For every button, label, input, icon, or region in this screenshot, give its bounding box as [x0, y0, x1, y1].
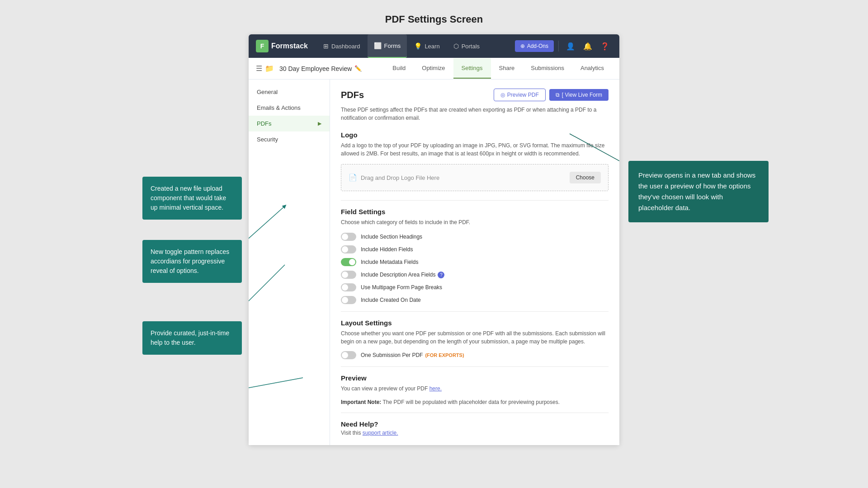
upload-placeholder: 📄 Drag and Drop Logo File Here — [349, 174, 439, 182]
for-exports-badge: (FOR EXPORTS) — [425, 352, 464, 358]
chevron-right-icon: ▶ — [318, 121, 321, 127]
toggle-label-created-date: Include Created On Date — [361, 297, 421, 303]
sub-nav-tabs: Build Optimize Settings Share Submission… — [384, 58, 612, 79]
toggle-row-hidden-fields: Include Hidden Fields — [341, 245, 609, 253]
toggle-description-area[interactable] — [341, 271, 356, 279]
tab-optimize[interactable]: Optimize — [414, 58, 453, 79]
toggle-label-one-submission: One Submission Per PDF (FOR EXPORTS) — [361, 352, 464, 358]
preview-section-title: Preview — [341, 374, 609, 382]
toggle-hidden-fields[interactable] — [341, 245, 356, 253]
toggle-created-date[interactable] — [341, 296, 356, 304]
toggle-row-section-headings: Include Section Headings — [341, 233, 609, 241]
user-icon[interactable]: 👤 — [563, 39, 578, 53]
layout-settings-desc: Choose whether you want one PDF per subm… — [341, 329, 609, 346]
tab-submissions[interactable]: Submissions — [523, 58, 572, 79]
logo: F Formstack — [256, 40, 308, 52]
callout-help: Provide curated, just-in-time help to th… — [142, 321, 242, 355]
logo-icon: F — [256, 40, 269, 52]
callout-upload: Created a new file upload component that… — [142, 177, 242, 220]
top-nav: F Formstack ⊞ Dashboard ⬜ Forms 💡 Learn … — [249, 34, 619, 58]
sidebar-item-security[interactable]: Security — [249, 131, 330, 147]
logo-upload-area[interactable]: 📄 Drag and Drop Logo File Here Choose — [341, 164, 609, 191]
nav-divider — [558, 41, 559, 52]
tab-build[interactable]: Build — [384, 58, 414, 79]
logo-text: Formstack — [271, 42, 308, 50]
forms-list-icon[interactable]: ☰ — [256, 64, 262, 73]
preview-pdf-button[interactable]: ◎ Preview PDF — [494, 89, 546, 101]
breadcrumb-icons: ☰ 📁 — [256, 64, 274, 73]
content-wrapper: General Emails & Actions PDFs ▶ Security… — [249, 80, 619, 445]
page-title: PDF Settings Screen — [385, 14, 483, 25]
view-live-form-button[interactable]: ⧉ [ View Live Form — [549, 89, 609, 101]
edit-icon[interactable]: ✏️ — [354, 65, 362, 72]
external-link-icon: ⧉ — [556, 92, 560, 98]
field-settings-title: Field Settings — [341, 208, 609, 216]
nav-item-forms[interactable]: ⬜ Forms — [368, 34, 407, 58]
help-icon-description[interactable]: ? — [438, 272, 444, 278]
forms-icon: ⬜ — [374, 42, 382, 49]
nav-item-dashboard[interactable]: ⊞ Dashboard — [317, 34, 367, 58]
field-settings-desc: Choose which category of fields to inclu… — [341, 218, 609, 226]
section-divider-1 — [341, 200, 609, 201]
preview-section-desc: You can view a preview of your PDF here. — [341, 385, 609, 393]
sidebar-item-emails[interactable]: Emails & Actions — [249, 100, 330, 116]
sidebar: General Emails & Actions PDFs ▶ Security — [249, 80, 330, 445]
help-circle-icon[interactable]: ❓ — [598, 39, 612, 53]
layout-settings-title: Layout Settings — [341, 319, 609, 327]
sidebar-item-general[interactable]: General — [249, 84, 330, 100]
preview-icon: ◎ — [500, 92, 505, 98]
callout-toggle: New toggle pattern replaces accordians f… — [142, 240, 242, 283]
need-help-title: Need Help? — [341, 420, 609, 428]
toggle-label-description-area: Include Description Area Fields ? — [361, 272, 444, 278]
nav-label-forms: Forms — [384, 42, 401, 49]
toggle-one-submission[interactable] — [341, 351, 356, 359]
pdfs-description: These PDF settings affect the PDFs that … — [341, 106, 609, 122]
toggle-metadata-fields[interactable] — [341, 258, 356, 266]
file-icon: 📄 — [349, 174, 357, 182]
toggle-multipage[interactable] — [341, 283, 356, 291]
pdfs-title: PDFs — [341, 90, 364, 100]
support-article-link[interactable]: support article. — [363, 430, 398, 436]
toggle-section-headings[interactable] — [341, 233, 356, 241]
section-divider-3 — [341, 366, 609, 367]
toggle-label-multipage: Use Multipage Form Page Breaks — [361, 284, 442, 291]
preview-link[interactable]: here. — [429, 385, 442, 392]
section-divider-2 — [341, 311, 609, 312]
callout-preview: Preview opens in a new tab and shows the… — [628, 161, 769, 222]
folder-icon[interactable]: 📁 — [265, 64, 274, 73]
app-container: F Formstack ⊞ Dashboard ⬜ Forms 💡 Learn … — [249, 34, 619, 445]
portals-icon: ⬡ — [453, 42, 459, 50]
choose-file-button[interactable]: Choose — [570, 172, 601, 183]
toggle-row-description-area: Include Description Area Fields ? — [341, 271, 609, 279]
logo-section-title: Logo — [341, 131, 609, 139]
nav-right: ⊕ Add-Ons 👤 🔔 ❓ — [515, 39, 612, 53]
add-ons-icon: ⊕ — [520, 43, 525, 49]
toggle-row-one-submission: One Submission Per PDF (FOR EXPORTS) — [341, 351, 609, 359]
add-ons-button[interactable]: ⊕ Add-Ons — [515, 40, 554, 52]
nav-label-learn: Learn — [425, 43, 439, 50]
sidebar-item-pdfs[interactable]: PDFs ▶ — [249, 116, 330, 131]
pdfs-header: PDFs ◎ Preview PDF ⧉ [ View Live Form — [341, 89, 609, 101]
toggle-row-created-date: Include Created On Date — [341, 296, 609, 304]
dashboard-icon: ⊞ — [323, 42, 329, 50]
nav-label-portals: Portals — [462, 43, 480, 50]
nav-items: ⊞ Dashboard ⬜ Forms 💡 Learn ⬡ Portals — [317, 34, 515, 58]
logo-section-desc: Add a logo to the top of your PDF by upl… — [341, 141, 609, 158]
need-help-text: Visit this support article. — [341, 430, 609, 436]
toggle-row-metadata-fields: Include Metadata Fields — [341, 258, 609, 266]
form-name: 30 Day Employee Review — [279, 65, 352, 72]
learn-icon: 💡 — [414, 42, 422, 50]
nav-item-learn[interactable]: 💡 Learn — [408, 34, 446, 58]
nav-label-dashboard: Dashboard — [331, 43, 360, 50]
tab-settings[interactable]: Settings — [453, 58, 491, 79]
important-note: Important Note: The PDF will be populate… — [341, 399, 609, 405]
header-buttons: ◎ Preview PDF ⧉ [ View Live Form — [494, 89, 609, 101]
toggle-label-metadata-fields: Include Metadata Fields — [361, 259, 418, 265]
toggle-label-section-headings: Include Section Headings — [361, 234, 422, 240]
nav-item-portals[interactable]: ⬡ Portals — [447, 34, 486, 58]
bell-icon[interactable]: 🔔 — [580, 39, 595, 53]
tab-analytics[interactable]: Analytics — [572, 58, 612, 79]
tab-share[interactable]: Share — [491, 58, 523, 79]
sub-nav: ☰ 📁 30 Day Employee Review ✏️ Build Opti… — [249, 58, 619, 80]
section-divider-4 — [341, 413, 609, 413]
